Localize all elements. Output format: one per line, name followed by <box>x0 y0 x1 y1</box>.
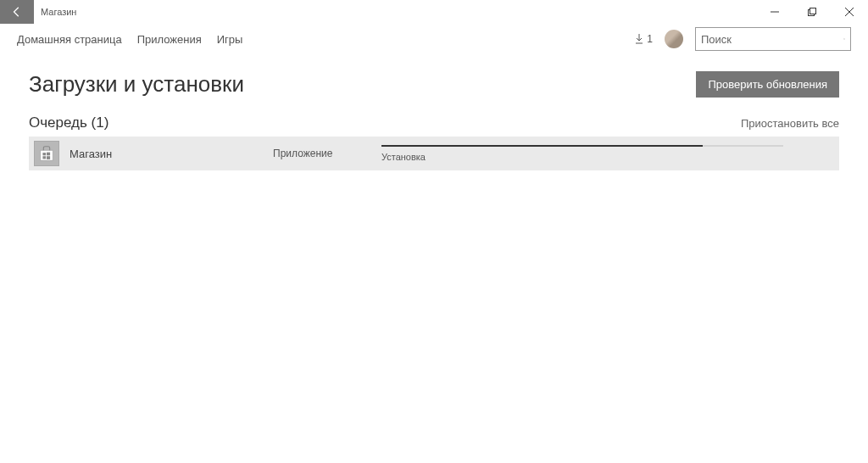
avatar[interactable] <box>665 30 683 48</box>
search-icon <box>843 33 845 45</box>
queue-title: Очередь (1) <box>29 114 108 131</box>
svg-rect-2 <box>810 8 816 14</box>
subheader-row: Очередь (1) Приостановить все <box>29 114 839 131</box>
queue-item-type: Приложение <box>273 148 381 159</box>
search-input[interactable] <box>701 33 843 46</box>
window-controls <box>756 0 868 24</box>
svg-rect-9 <box>47 153 50 156</box>
search-box[interactable] <box>695 27 851 51</box>
download-count: 1 <box>647 33 653 45</box>
queue-item-name: Магазин <box>70 148 273 160</box>
close-icon <box>845 8 854 16</box>
queue-row[interactable]: Магазин Приложение Установка <box>29 137 839 170</box>
progress-label: Установка <box>381 152 783 162</box>
maximize-icon <box>808 8 816 16</box>
svg-line-7 <box>844 39 845 40</box>
close-button[interactable] <box>831 0 868 24</box>
minimize-button[interactable] <box>756 0 793 24</box>
svg-rect-11 <box>47 156 50 159</box>
maximize-button[interactable] <box>793 0 831 24</box>
arrow-left-icon <box>11 6 23 18</box>
nav-right: 1 <box>634 27 851 51</box>
title-bar: Магазин <box>0 0 868 24</box>
progress-fill <box>381 145 703 147</box>
svg-rect-10 <box>42 156 46 159</box>
download-icon <box>634 33 644 45</box>
progress-column: Установка <box>381 145 834 162</box>
nav-item-games[interactable]: Игры <box>217 33 243 46</box>
content: Загрузки и установки Проверить обновлени… <box>0 54 868 170</box>
nav-item-home[interactable]: Домашняя страница <box>17 33 122 46</box>
app-tile <box>34 141 59 166</box>
window-title: Магазин <box>34 7 76 17</box>
page-title: Загрузки и установки <box>29 71 244 98</box>
svg-point-6 <box>843 38 844 39</box>
header-row: Загрузки и установки Проверить обновлени… <box>29 71 839 98</box>
progress-track <box>381 145 783 147</box>
downloads-indicator[interactable]: 1 <box>634 33 653 45</box>
nav-items: Домашняя страница Приложения Игры <box>17 33 242 46</box>
pause-all-button[interactable]: Приостановить все <box>741 117 839 130</box>
svg-rect-8 <box>42 153 46 155</box>
back-button[interactable] <box>0 0 34 24</box>
store-icon <box>37 144 56 163</box>
check-updates-button[interactable]: Проверить обновления <box>696 71 839 98</box>
nav-item-apps[interactable]: Приложения <box>137 33 202 46</box>
nav-bar: Домашняя страница Приложения Игры 1 <box>0 24 868 54</box>
minimize-icon <box>771 8 779 16</box>
